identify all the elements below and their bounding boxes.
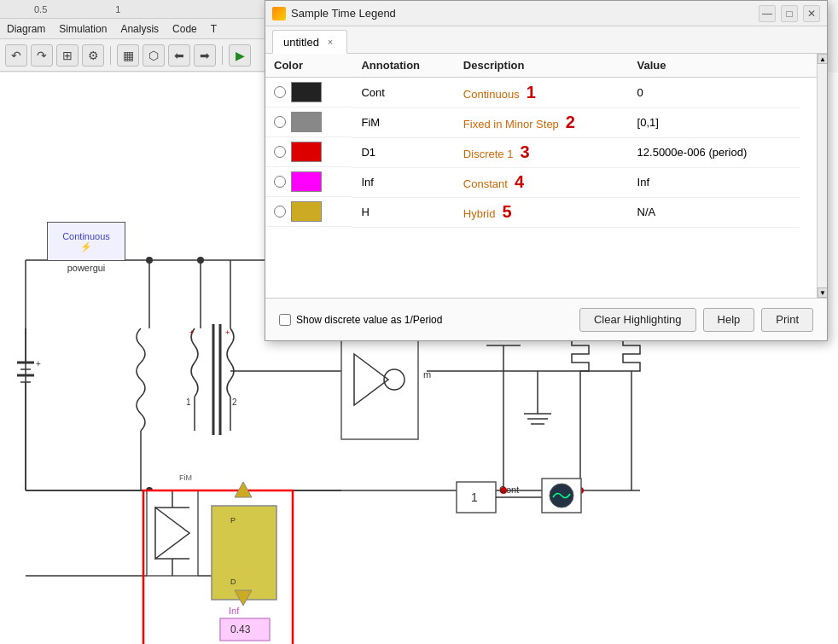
dialog-titlebar: Sample Time Legend — □ ✕ (265, 1, 827, 26)
col-scroll-header (800, 54, 817, 78)
row-radio-input[interactable] (274, 116, 286, 128)
row-annotation: FiM (352, 107, 454, 137)
svg-point-29 (500, 487, 507, 494)
tb-forward-btn[interactable]: ↷ (31, 44, 53, 67)
svg-text:FiM: FiM (179, 473, 192, 482)
description-text: Discrete 1 (463, 148, 514, 160)
sample-time-legend-dialog: Sample Time Legend — □ ✕ untitled × Colo… (265, 0, 828, 341)
row-value: [0,1] (629, 107, 800, 137)
svg-text:1: 1 (186, 397, 191, 407)
row-radio-input[interactable] (274, 206, 286, 218)
row-description: Fixed in Minor Step2 (455, 107, 629, 137)
description-text: Continuous (463, 88, 520, 101)
menu-t[interactable]: T (207, 21, 220, 37)
svg-text:0.43: 0.43 (230, 624, 251, 635)
svg-rect-73 (220, 618, 270, 641)
row-radio-input[interactable] (274, 86, 286, 98)
tab-untitled[interactable]: untitled × (272, 30, 347, 54)
svg-point-19 (384, 369, 404, 390)
svg-marker-77 (235, 590, 252, 606)
svg-point-67 (550, 484, 573, 508)
row-radio-input[interactable] (274, 146, 286, 158)
row-value: N/A (629, 197, 800, 227)
clear-highlighting-button[interactable]: Clear Highlighting (579, 308, 696, 332)
ruler: 0.5 1 (0, 0, 265, 19)
dialog-footer: Show discrete value as 1/Period Clear Hi… (265, 298, 827, 340)
menu-simulation[interactable]: Simulation (55, 21, 110, 37)
tb-grid-btn[interactable]: ⊞ (56, 44, 79, 67)
menu-bar: Diagram Simulation Analysis Code T (0, 19, 265, 39)
row-radio-input[interactable] (274, 176, 286, 188)
powergui-inner: Continuous ⚡ (47, 222, 125, 261)
scroll-down-btn[interactable]: ▼ (818, 287, 827, 298)
scrollbar[interactable]: ▲ ▼ (817, 54, 827, 298)
row-radio-cell[interactable] (265, 137, 352, 167)
ruler-marks: 0.5 1 (34, 4, 120, 15)
color-swatch (291, 142, 322, 162)
tb-back2-btn[interactable]: ⬅ (168, 44, 190, 67)
toolbar-buttons: ↶ ↷ ⊞ ⚙ ▦ ⬡ ⬅ ➡ ▶ (0, 39, 265, 72)
row-number: 1 (527, 83, 536, 102)
row-value: 12.5000e-006 (period) (629, 137, 800, 167)
col-color: Color (265, 54, 352, 78)
row-radio-cell[interactable] (265, 167, 352, 197)
description-text: Constant (463, 177, 508, 190)
row-radio-cell[interactable] (265, 107, 352, 137)
footer-buttons: Clear Highlighting Help Print (579, 308, 813, 332)
show-discrete-checkbox[interactable] (279, 314, 291, 326)
table-row: InfConstant4Inf (265, 167, 817, 197)
dialog-table-area: Color Annotation Description Value ContC… (265, 54, 827, 298)
tb-fwd2-btn[interactable]: ➡ (194, 44, 216, 67)
col-annotation: Annotation (352, 54, 454, 78)
table-row: D1Discrete 1312.5000e-006 (period) (265, 137, 817, 167)
dialog-icon (272, 7, 286, 20)
menu-analysis[interactable]: Analysis (117, 21, 162, 37)
maximize-button[interactable]: □ (781, 5, 798, 22)
minimize-button[interactable]: — (759, 5, 776, 22)
print-button[interactable]: Print (761, 308, 813, 332)
close-button[interactable]: ✕ (803, 5, 820, 22)
table-wrapper: Color Annotation Description Value ContC… (265, 54, 827, 298)
svg-text:1: 1 (471, 490, 478, 504)
row-radio-cell[interactable] (265, 197, 352, 227)
menu-diagram[interactable]: Diagram (3, 21, 49, 37)
row-description: Discrete 13 (455, 137, 629, 167)
svg-rect-45 (147, 490, 198, 576)
col-description: Description (455, 54, 629, 78)
svg-text:D: D (230, 577, 236, 586)
powergui-sublabel: powergui (47, 263, 125, 273)
table-row: HHybrid5N/A (265, 197, 817, 227)
row-annotation: H (352, 197, 454, 227)
row-radio-cell[interactable] (265, 78, 352, 107)
tb-back-btn[interactable]: ↶ (5, 44, 27, 67)
tb-arrow-btn[interactable]: ⬡ (143, 44, 165, 67)
scroll-up-btn[interactable]: ▲ (818, 54, 827, 64)
svg-marker-76 (235, 482, 252, 497)
row-description: Continuous1 (455, 78, 629, 108)
row-value: 0 (629, 78, 800, 108)
tab-close-btn[interactable]: × (324, 36, 336, 48)
legend-table: Color Annotation Description Value ContC… (265, 54, 817, 228)
menu-code[interactable]: Code (169, 21, 201, 37)
col-value: Value (629, 54, 800, 78)
table-row: ContContinuous10 (265, 78, 817, 108)
svg-text:Cont: Cont (499, 484, 519, 495)
svg-text:Inf: Inf (229, 606, 240, 616)
tb-play-btn[interactable]: ▶ (229, 44, 251, 67)
color-swatch (291, 82, 322, 102)
tb-table-btn[interactable]: ▦ (117, 44, 139, 67)
dialog-tabs: untitled × (265, 26, 827, 54)
powergui-continuous-label: Continuous (62, 231, 110, 241)
svg-text:P: P (230, 516, 236, 525)
help-button[interactable]: Help (703, 308, 755, 332)
tab-label: untitled (283, 36, 319, 49)
color-swatch (291, 112, 322, 132)
show-discrete-checkbox-area: Show discrete value as 1/Period (279, 314, 442, 326)
color-swatch (291, 171, 322, 192)
separator (110, 46, 111, 65)
ruler-mark-05: 0.5 (34, 4, 47, 15)
tb-gear-btn[interactable]: ⚙ (82, 44, 104, 67)
row-annotation: D1 (352, 137, 454, 167)
powergui-block[interactable]: Continuous ⚡ powergui (47, 222, 125, 273)
row-number: 4 (515, 172, 524, 191)
